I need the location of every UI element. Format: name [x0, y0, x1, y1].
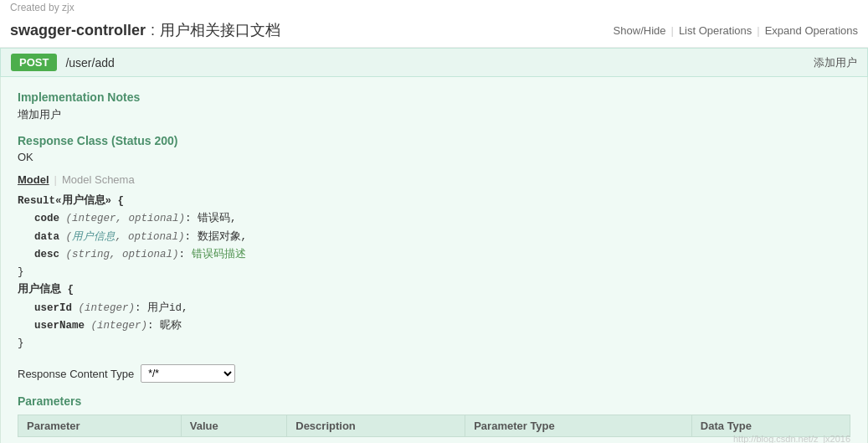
field-desc-data: : 数据对象, — [185, 231, 248, 243]
response-class-text: OK — [18, 151, 850, 163]
field-desc-username: : 昵称 — [147, 320, 182, 332]
expand-operations-link[interactable]: Expand Operations — [765, 24, 858, 37]
model-close-brace: } — [18, 266, 24, 278]
model-result-class: Result«用户信息» { — [18, 195, 124, 207]
model-field-code: code (integer, optional): 错误码, — [34, 210, 850, 228]
divider-1: | — [670, 24, 673, 37]
response-content-type-row: Response Content Type */* application/js… — [18, 364, 850, 383]
params-header-row: Parameter Value Description Parameter Ty… — [18, 415, 850, 437]
user-info-link[interactable]: 用户信息 — [72, 231, 116, 243]
field-type-desc: (string, optional) — [66, 249, 179, 260]
title-separator: : — [151, 22, 155, 39]
model-tab-sep: | — [54, 173, 57, 186]
col-parameter: Parameter — [18, 415, 182, 437]
field-name-data: data — [34, 231, 59, 243]
field-name-desc: desc — [34, 249, 59, 260]
model-field-userid: userId (integer): 用户id, — [34, 300, 850, 317]
col-description: Description — [287, 415, 465, 437]
model-field-desc: desc (string, optional): 错误码描述 — [34, 246, 850, 264]
top-bar-left: swagger-controller : 用户相关接口文档 — [10, 20, 280, 40]
parameters-title: Parameters — [18, 394, 850, 408]
model-field-username: userName (integer): 昵称 — [34, 317, 850, 335]
model-field-data: data (用户信息, optional): 数据对象, — [34, 229, 850, 246]
error-desc-link[interactable]: 错误码描述 — [192, 249, 246, 260]
show-hide-link[interactable]: Show/Hide — [614, 24, 666, 37]
watermark: http://blog.csdn.net/z_jx2016 — [733, 434, 850, 443]
divider-2: | — [757, 24, 759, 37]
field-type-userid: (integer) — [79, 302, 136, 314]
top-bar: swagger-controller : 用户相关接口文档 Show/Hide … — [0, 17, 868, 48]
field-name-userid: userId — [34, 302, 72, 314]
swagger-title: swagger-controller — [10, 22, 146, 39]
model-box: Result«用户信息» { code (integer, optional):… — [18, 193, 850, 353]
content-area: Implementation Notes 增加用户 Response Class… — [0, 77, 868, 443]
field-desc-desc: : — [179, 249, 192, 260]
top-bar-nav: Show/Hide | List Operations | Expand Ope… — [614, 24, 858, 37]
field-desc-userid: : 用户id, — [135, 302, 188, 314]
model-tab-schema[interactable]: Model Schema — [62, 172, 135, 188]
parameters-table: Parameter Value Description Parameter Ty… — [18, 415, 850, 437]
implementation-notes-text: 增加用户 — [18, 107, 850, 122]
endpoint-path: /user/add — [65, 56, 805, 70]
model-close-brace2: } — [18, 337, 24, 349]
col-parameter-type: Parameter Type — [465, 415, 692, 437]
created-by: Created by zjx — [0, 0, 868, 17]
model-tabs: Model | Model Schema — [18, 172, 850, 188]
endpoint-description: 添加用户 — [814, 55, 857, 70]
list-operations-link[interactable]: List Operations — [679, 24, 752, 37]
field-name-code: code — [34, 213, 59, 224]
response-content-type-select[interactable]: */* application/json text/plain — [141, 364, 235, 383]
field-type-data: (用户信息, optional) — [66, 231, 185, 243]
swagger-subtitle: 用户相关接口文档 — [160, 20, 280, 40]
model-tab-model[interactable]: Model — [18, 172, 49, 188]
field-name-username: userName — [34, 320, 85, 332]
field-type-code: (integer, optional) — [66, 213, 186, 224]
response-content-type-label: Response Content Type — [18, 368, 134, 380]
response-class-title: Response Class (Status 200) — [18, 134, 850, 147]
field-desc-code: : 错误码, — [185, 213, 237, 224]
endpoint-row[interactable]: POST /user/add 添加用户 — [0, 48, 868, 77]
field-type-username: (integer) — [91, 320, 148, 332]
implementation-notes-title: Implementation Notes — [18, 90, 850, 104]
method-badge: POST — [11, 54, 57, 71]
col-value: Value — [181, 415, 287, 437]
model-userinfo-class: 用户信息 { — [18, 284, 74, 296]
